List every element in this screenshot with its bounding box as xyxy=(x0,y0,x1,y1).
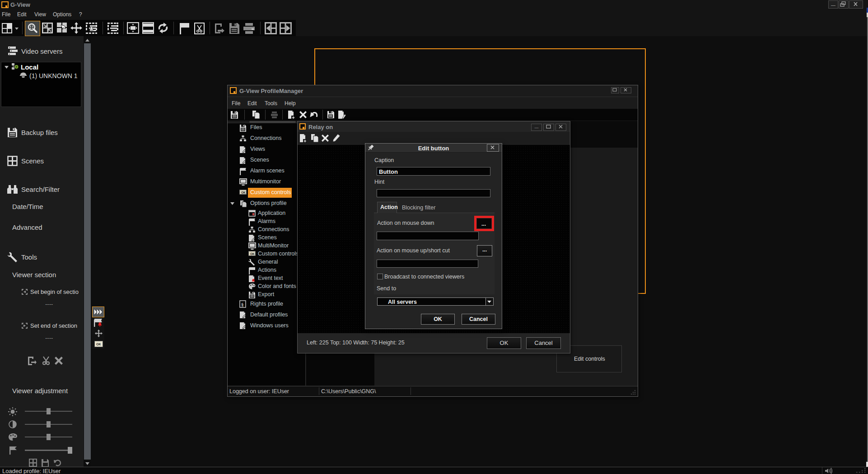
svg-text:§: § xyxy=(241,302,244,307)
